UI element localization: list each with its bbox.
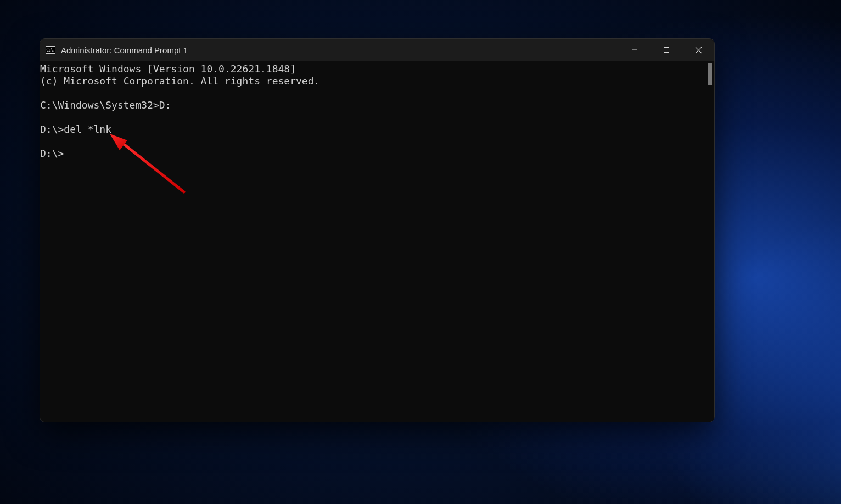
close-button[interactable] [682,39,714,61]
scrollbar[interactable] [704,61,714,422]
command-prompt-window: C:\. Administrator: Command Prompt 1 Mic… [40,38,715,422]
close-icon [695,47,702,54]
svg-rect-1 [664,48,669,53]
terminal-output[interactable]: Microsoft Windows [Version 10.0.22621.18… [40,61,704,422]
cmd-icon: C:\. [46,46,55,54]
maximize-icon [663,47,670,53]
window-title: Administrator: Command Prompt 1 [61,46,188,55]
scrollbar-thumb[interactable] [708,63,712,85]
minimize-icon [631,47,638,53]
titlebar[interactable]: C:\. Administrator: Command Prompt 1 [40,39,714,61]
minimize-button[interactable] [619,39,651,61]
maximize-button[interactable] [651,39,682,61]
